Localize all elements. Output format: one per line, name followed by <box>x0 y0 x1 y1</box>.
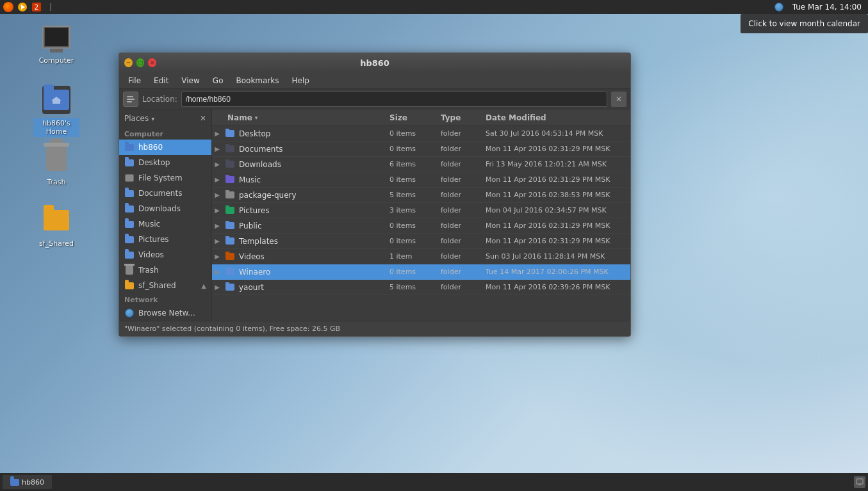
table-row[interactable]: ▶ Music 0 items folder Mon 11 Apr 2016 0… <box>212 172 630 188</box>
sidebar-folder-home-icon <box>124 142 135 152</box>
row-name-documents: Documents <box>222 144 387 154</box>
row-expand-pictures[interactable]: ▶ <box>212 203 222 218</box>
sidebar-item-music[interactable]: Music <box>119 216 211 232</box>
desktop-icon-trash[interactable]: Trash <box>31 141 82 190</box>
fl-headers: Name ▾ Size Type Date Modified <box>212 109 630 126</box>
sidebar-folder-desktop-icon <box>124 157 135 168</box>
sidebar-item-filesystem[interactable]: File System <box>119 170 211 186</box>
row-date-pictures: Mon 04 Jul 2016 02:34:57 PM MSK <box>483 206 630 214</box>
col-header-type[interactable]: Type <box>438 113 483 122</box>
taskbar-bottom: hb860 <box>0 473 868 491</box>
row-expand-desktop[interactable]: ▶ <box>212 126 222 141</box>
firefox-icon[interactable] <box>3 1 14 13</box>
sidebar-item-hb860[interactable]: hb860 <box>119 140 211 155</box>
clock[interactable]: Tue Mar 14, 14:00 <box>789 3 865 12</box>
row-size-music: 0 items <box>387 175 438 184</box>
folder-icon <box>225 144 235 154</box>
menu-edit[interactable]: Edit <box>147 75 175 86</box>
app-icon-2[interactable] <box>17 1 28 13</box>
location-clear-button[interactable]: ✕ <box>611 92 626 107</box>
row-date-package: Mon 11 Apr 2016 02:38:53 PM MSK <box>483 191 630 199</box>
computer-icon-image <box>41 22 72 52</box>
row-size-documents: 0 items <box>387 145 438 153</box>
sidebar-folder-videos-icon <box>124 250 135 260</box>
menu-view[interactable]: View <box>175 75 206 86</box>
table-row[interactable]: ▶ Desktop 0 items folder Sat 30 Jul 2016… <box>212 126 630 141</box>
table-row[interactable]: ▶ Pictures 3 items folder Mon 04 Jul 201… <box>212 203 630 218</box>
desktop-icon-sf-shared[interactable]: sf_Shared <box>31 202 82 252</box>
row-size-videos: 1 item <box>387 252 438 261</box>
fm-filelist: Name ▾ Size Type Date Modified ▶ Desktop <box>212 109 630 321</box>
svg-text:2: 2 <box>35 4 38 11</box>
svg-rect-7 <box>127 99 135 100</box>
menu-file[interactable]: File <box>122 75 147 86</box>
svg-rect-4 <box>50 3 51 11</box>
menu-bookmarks[interactable]: Bookmarks <box>229 75 285 86</box>
col-header-date[interactable]: Date Modified <box>483 113 630 122</box>
row-date-winaero: Tue 14 Mar 2017 02:00:26 PM MSK <box>483 268 630 276</box>
sidebar-item-trash[interactable]: Trash <box>119 262 211 278</box>
desktop-icon-home[interactable]: hb860's Home <box>31 82 82 140</box>
system-tray <box>774 3 783 12</box>
location-input[interactable] <box>181 92 607 107</box>
row-expand-templates[interactable]: ▶ <box>212 234 222 249</box>
table-row[interactable]: ▶ Documents 0 items folder Mon 11 Apr 20… <box>212 141 630 157</box>
row-size-public: 0 items <box>387 221 438 230</box>
row-expand-public[interactable]: ▶ <box>212 218 222 234</box>
row-expand-winaero[interactable]: ▶ <box>212 264 222 280</box>
row-size-downloads: 6 items <box>387 160 438 168</box>
row-expand-downloads[interactable]: ▶ <box>212 157 222 172</box>
col-header-size[interactable]: Size <box>387 113 438 122</box>
calendar-tooltip-text: Click to view month calendar <box>748 19 860 28</box>
app-icon-3[interactable]: 2 <box>31 1 42 13</box>
table-row[interactable]: ▶ package-query 5 items folder Mon 11 Ap… <box>212 188 630 203</box>
row-size-templates: 0 items <box>387 237 438 245</box>
menu-go[interactable]: Go <box>206 75 230 86</box>
sidebar-item-sf-shared[interactable]: sf_Shared ▲ <box>119 278 211 293</box>
minimize-button[interactable]: ─ <box>124 58 133 67</box>
sidebar-trash-icon <box>124 265 135 275</box>
location-edit-button[interactable] <box>123 92 138 107</box>
network-tray-icon[interactable] <box>774 3 783 12</box>
fm-locationbar: Location: ✕ <box>119 89 630 109</box>
row-expand-documents[interactable]: ▶ <box>212 141 222 157</box>
sidebar-item-pictures[interactable]: Pictures <box>119 232 211 247</box>
sidebar-item-browse-network[interactable]: Browse Netw... <box>119 305 211 321</box>
table-row[interactable]: ▶ Templates 0 items folder Mon 11 Apr 20… <box>212 234 630 249</box>
table-row[interactable]: ▶ Downloads 6 items folder Fri 13 May 20… <box>212 157 630 172</box>
home-icon-label: hb860's Home <box>33 118 79 137</box>
trash-icon-label: Trash <box>33 177 79 188</box>
desktop-icon-computer[interactable]: Computer <box>31 19 82 68</box>
row-type-documents: folder <box>438 145 483 153</box>
table-row[interactable]: ▶ yaourt 5 items folder Mon 11 Apr 2016 … <box>212 280 630 295</box>
table-row[interactable]: ▶ Videos 1 item folder Sun 03 Jul 2016 1… <box>212 249 630 264</box>
sidebar-item-desktop[interactable]: Desktop <box>119 155 211 170</box>
table-row[interactable]: ▶ Public 0 items folder Mon 11 Apr 2016 … <box>212 218 630 234</box>
taskbar-bottom-item-hb860[interactable]: hb860 <box>3 475 52 489</box>
desktop: 2 Tue Mar 14, 14:00 Click to view month … <box>0 0 868 491</box>
sidebar-item-documents[interactable]: Documents <box>119 186 211 201</box>
col-header-name[interactable]: Name ▾ <box>222 113 387 122</box>
row-expand-package[interactable]: ▶ <box>212 188 222 203</box>
row-expand-yaourt[interactable]: ▶ <box>212 280 222 295</box>
row-name-downloads: Downloads <box>222 159 387 170</box>
sidebar-hdd-icon <box>124 173 135 183</box>
close-button[interactable]: ✕ <box>148 58 156 67</box>
row-expand-music[interactable]: ▶ <box>212 172 222 188</box>
menu-help[interactable]: Help <box>286 75 316 86</box>
svg-rect-8 <box>127 101 132 102</box>
places-close-button[interactable]: ✕ <box>200 114 206 123</box>
folder-icon <box>225 252 235 262</box>
sidebar-item-videos[interactable]: Videos <box>119 247 211 262</box>
row-expand-videos[interactable]: ▶ <box>212 249 222 264</box>
maximize-button[interactable]: □ <box>136 58 145 67</box>
show-desktop-button[interactable] <box>854 476 865 488</box>
sidebar-item-downloads[interactable]: Downloads <box>119 201 211 216</box>
trash-icon-image <box>41 143 72 174</box>
fm-statusbar: "Winaero" selected (containing 0 items),… <box>119 321 630 336</box>
table-row[interactable]: ▶ Winaero 0 items folder Tue 14 Mar 2017… <box>212 264 630 280</box>
row-name-videos: Videos <box>222 252 387 262</box>
row-date-documents: Mon 11 Apr 2016 02:31:29 PM MSK <box>483 145 630 153</box>
svg-rect-9 <box>856 479 863 484</box>
row-type-desktop: folder <box>438 129 483 138</box>
